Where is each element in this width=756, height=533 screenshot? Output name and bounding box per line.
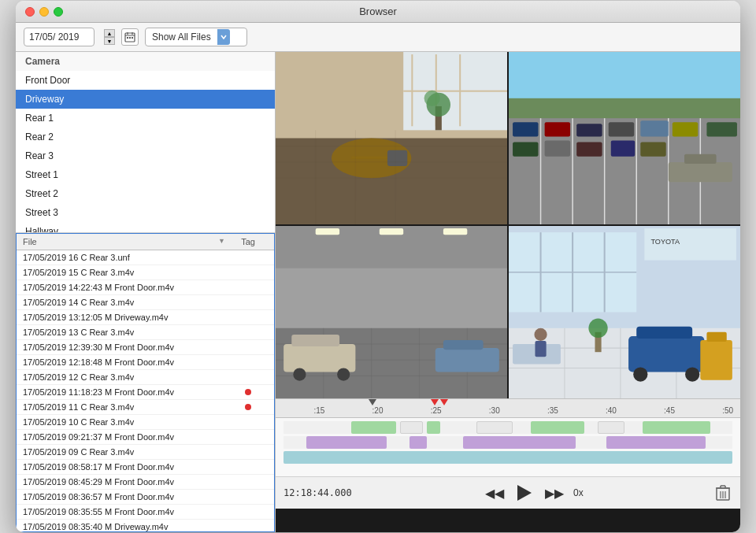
toolbar: 17/05/ 2019 ▲ ▼ Show All Files — [16, 23, 740, 52]
ruler-mark-25: :25 — [431, 406, 442, 415]
fast-forward-button[interactable]: ▶▶ — [542, 484, 567, 502]
camera-item-street2[interactable]: Street 2 — [16, 184, 275, 203]
sort-icon: ▼ — [218, 237, 225, 246]
file-item[interactable]: 17/05/2019 13 C Rear 3.m4v — [17, 325, 274, 340]
track-segment — [400, 421, 423, 434]
ruler-mark-30: :30 — [489, 406, 500, 415]
camera-item-frontdoor[interactable]: Front Door — [16, 71, 275, 90]
timeline-track-1[interactable] — [284, 421, 732, 434]
camera-item-street1[interactable]: Street 1 — [16, 165, 275, 184]
file-item[interactable]: 17/05/2019 16 C Rear 3.unf — [17, 250, 274, 265]
timeline-tracks — [276, 418, 740, 476]
svg-point-85 — [685, 367, 699, 381]
svg-rect-67 — [443, 340, 484, 350]
ruler-mark-45: :45 — [664, 406, 675, 415]
svg-rect-16 — [387, 150, 407, 166]
ruler-mark-15: :15 — [314, 406, 325, 415]
stepper-down[interactable]: ▼ — [104, 37, 115, 45]
minimize-button[interactable] — [39, 7, 49, 17]
file-item[interactable]: 17/05/2019 11 C Rear 3.m4v — [17, 400, 274, 415]
svg-rect-87 — [706, 332, 726, 342]
track-segment — [476, 421, 513, 434]
svg-rect-59 — [316, 228, 339, 235]
camera-list-header: Camera — [16, 52, 275, 71]
svg-rect-15 — [351, 157, 391, 159]
file-col-header: File — [23, 237, 218, 246]
red-marker-2 — [444, 399, 448, 405]
svg-rect-46 — [640, 143, 665, 157]
svg-rect-90 — [535, 341, 546, 357]
maximize-button[interactable] — [54, 7, 63, 17]
file-item[interactable]: 17/05/2019 12:39:30 M Front Door.m4v — [17, 340, 274, 355]
video-grid: TOYOTA — [276, 52, 740, 398]
speed-label: 0x — [573, 487, 584, 498]
tag-col-header: Tag — [228, 237, 268, 246]
camera-item-rear1[interactable]: Rear 1 — [16, 109, 275, 128]
timeline-track-3[interactable] — [284, 451, 732, 464]
timeline-ruler[interactable]: :15 :20 :25 :30 :35 :40 :45 :50 — [276, 399, 740, 418]
file-item[interactable]: 17/05/2019 09 C Rear 3.m4v — [17, 445, 274, 460]
play-button[interactable] — [513, 482, 536, 504]
camera-item-hallway[interactable]: Hallway — [16, 222, 275, 233]
file-item[interactable]: 17/05/2019 10 C Rear 3.m4v — [17, 415, 274, 430]
show-files-dropdown[interactable]: Show All Files — [145, 28, 247, 46]
track-segment — [284, 451, 732, 464]
svg-rect-4 — [127, 37, 128, 39]
file-item[interactable]: 17/05/2019 12:18:48 M Front Door.m4v — [17, 355, 274, 370]
camera-list: Camera Front Door Driveway Rear 1 Rear 2… — [16, 52, 275, 233]
timeline-track-2[interactable] — [284, 436, 732, 449]
svg-point-84 — [633, 367, 647, 381]
file-item[interactable]: 17/05/2019 15 C Rear 3.m4v — [17, 265, 274, 280]
svg-rect-35 — [513, 122, 538, 136]
playhead-main — [372, 399, 376, 405]
traffic-lights — [25, 7, 63, 17]
svg-text:TOYOTA: TOYOTA — [650, 238, 680, 246]
file-item[interactable]: 17/05/2019 08:45:29 M Front Door.m4v — [17, 475, 274, 490]
close-button[interactable] — [25, 7, 35, 17]
rewind-button[interactable]: ◀◀ — [482, 484, 507, 502]
file-item[interactable]: 17/05/2019 09:21:37 M Front Door.m4v — [17, 430, 274, 445]
svg-rect-39 — [640, 120, 668, 136]
file-item[interactable]: 17/05/2019 08:35:55 M Front Door.m4v — [17, 505, 274, 520]
svg-rect-66 — [435, 348, 499, 372]
svg-rect-82 — [628, 336, 704, 372]
svg-rect-40 — [673, 122, 698, 136]
camera-item-rear3[interactable]: Rear 3 — [16, 146, 275, 165]
video-cell-2[interactable] — [509, 52, 740, 224]
calendar-icon[interactable] — [121, 28, 139, 46]
file-list-container: File ▼ Tag 17/05/2019 16 C Rear 3.unf 17… — [16, 233, 275, 532]
camera-item-rear2[interactable]: Rear 2 — [16, 128, 275, 146]
window-title: Browser — [359, 6, 397, 17]
svg-rect-47 — [669, 162, 732, 182]
track-segment — [598, 421, 624, 434]
main-window: Browser 17/05/ 2019 ▲ ▼ Show All Files — [16, 1, 740, 532]
camera-item-driveway[interactable]: Driveway — [16, 90, 275, 109]
file-item[interactable]: 17/05/2019 13:12:05 M Driveway.m4v — [17, 310, 274, 325]
file-item[interactable]: 17/05/2019 12 C Rear 3.m4v — [17, 370, 274, 385]
file-item[interactable]: 17/05/2019 08:36:57 M Front Door.m4v — [17, 490, 274, 505]
track-segment — [463, 436, 576, 449]
stepper-up[interactable]: ▲ — [104, 29, 115, 37]
dropdown-arrow — [217, 29, 230, 45]
trash-button[interactable] — [713, 482, 732, 504]
svg-rect-83 — [636, 327, 692, 339]
date-field[interactable]: 17/05/ 2019 — [24, 28, 94, 46]
file-item[interactable]: 17/05/2019 14:22:43 M Front Door.m4v — [17, 280, 274, 295]
file-item[interactable]: 17/05/2019 11:18:23 M Front Door.m4v — [17, 385, 274, 400]
video-cell-1[interactable] — [276, 52, 507, 224]
svg-rect-62 — [284, 344, 355, 372]
file-item[interactable]: 17/05/2019 08:58:17 M Front Door.m4v — [17, 460, 274, 475]
title-bar: Browser — [16, 1, 740, 23]
video-cell-3[interactable] — [276, 226, 507, 398]
camera-item-street3[interactable]: Street 3 — [16, 203, 275, 222]
svg-rect-43 — [545, 141, 570, 157]
svg-rect-61 — [443, 228, 467, 235]
svg-rect-42 — [513, 143, 538, 157]
date-stepper[interactable]: ▲ ▼ — [104, 29, 115, 45]
svg-rect-48 — [684, 154, 717, 164]
file-item[interactable]: 17/05/2019 14 C Rear 3.m4v — [17, 295, 274, 310]
track-segment — [531, 421, 584, 434]
file-item[interactable]: 17/05/2019 08:35:40 M Driveway.m4v — [17, 520, 274, 531]
svg-rect-86 — [700, 340, 732, 380]
video-cell-4[interactable]: TOYOTA — [509, 226, 740, 398]
